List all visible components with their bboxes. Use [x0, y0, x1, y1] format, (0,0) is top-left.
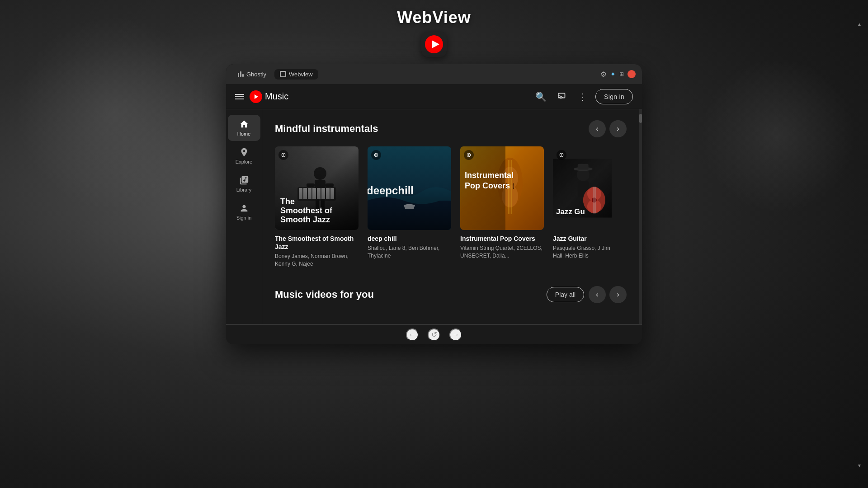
section2-prev-button[interactable]: ‹	[589, 286, 606, 303]
section1-next-button[interactable]: ›	[609, 120, 627, 137]
card-deep-chill-overlay-icon	[371, 150, 381, 160]
card-jazz-guitar-thumbnail: Jazz Gu	[553, 146, 612, 230]
card-deep-chill-name: deep chill	[368, 235, 451, 243]
svg-text:Instrumental: Instrumental	[465, 171, 514, 180]
svg-marker-25	[283, 154, 285, 156]
tab-webview-label: Webview	[289, 71, 313, 78]
nav-bar: Music 🔍 ⋮ Sign in	[226, 84, 642, 109]
cards-row: The Smoothest of Smooth Jazz The Smoothe…	[275, 146, 627, 268]
extension-icon[interactable]: ⊞	[619, 71, 624, 77]
card-instrumental-pop-thumbnail: Instrumental Pop Covers	[460, 146, 544, 230]
sidebar-item-home[interactable]: Home	[228, 115, 260, 141]
section1-prev-button[interactable]: ‹	[589, 120, 606, 137]
card-instrumental-pop[interactable]: Instrumental Pop Covers Instrumental Pop…	[460, 146, 544, 268]
search-icon[interactable]: 🔍	[533, 89, 549, 105]
back-button[interactable]: ←	[406, 328, 419, 341]
card-instrumental-pop-overlay-icon	[464, 150, 474, 160]
svg-text:Smooth Jazz: Smooth Jazz	[280, 215, 330, 224]
tab-ghostly[interactable]: Ghostly	[232, 69, 272, 80]
star-icon[interactable]: ✦	[610, 70, 616, 78]
card-smooth-jazz-name: The Smoothest of Smooth Jazz	[275, 235, 359, 251]
svg-text:Jazz Gu: Jazz Gu	[556, 207, 585, 216]
sidebar-item-library[interactable]: Library	[228, 171, 260, 197]
card-jazz-guitar-overlay-icon	[557, 150, 566, 160]
svg-text:Pop Covers: Pop Covers	[465, 181, 510, 190]
reload-button[interactable]: ↺	[428, 328, 440, 341]
section1-header: Mindful instrumentals ‹ ›	[275, 120, 627, 137]
webview-icon	[280, 71, 286, 77]
bottom-nav: ← ↺ →	[226, 324, 642, 344]
browser-window: Ghostly Webview ⚙ ✦ ⊞ ▲	[226, 64, 642, 344]
logo-area[interactable]: Music	[250, 90, 288, 103]
section2-title: Music videos for you	[275, 289, 374, 300]
card-instrumental-pop-artists: Vitamin String Quartet, 2CELLOS, UNSECRE…	[460, 244, 544, 260]
card-smooth-jazz-overlay-icon	[278, 150, 288, 160]
section2-header: Music videos for you Play all ‹ ›	[275, 286, 627, 303]
svg-marker-2	[255, 94, 258, 99]
sidebar-item-explore[interactable]: Explore	[228, 143, 260, 169]
cast-icon[interactable]	[555, 88, 570, 105]
signin-button[interactable]: Sign in	[595, 89, 633, 104]
card-deep-chill-thumbnail: deepchill	[368, 146, 451, 230]
logo-text: Music	[265, 91, 288, 102]
sidebar: Home Explore Library Sign in	[226, 109, 262, 324]
section1-nav-arrows: ‹ ›	[589, 120, 627, 137]
card-smooth-jazz-thumbnail: The Smoothest of Smooth Jazz	[275, 146, 359, 230]
browser-controls: ⚙ ✦ ⊞	[600, 70, 636, 79]
more-icon[interactable]: ⋮	[576, 89, 590, 105]
section2-next-button[interactable]: ›	[609, 286, 627, 303]
settings-icon[interactable]: ⚙	[600, 70, 607, 79]
menu-button[interactable]	[235, 94, 244, 99]
sidebar-item-signin[interactable]: Sign in	[228, 199, 260, 225]
svg-rect-28	[368, 146, 451, 230]
svg-marker-42	[468, 154, 470, 156]
close-button[interactable]	[627, 70, 636, 78]
svg-marker-30	[376, 154, 377, 156]
ghostly-icon	[238, 71, 244, 77]
card-smooth-jazz[interactable]: The Smoothest of Smooth Jazz The Smoothe…	[275, 146, 359, 268]
svg-text:Smoothest of: Smoothest of	[280, 206, 333, 215]
card-instrumental-pop-name: Instrumental Pop Covers	[460, 235, 544, 243]
svg-text:The: The	[280, 197, 295, 206]
play-all-button[interactable]: Play all	[547, 287, 584, 302]
content-area: Mindful instrumentals ‹ ›	[262, 109, 639, 324]
card-jazz-guitar-artists: Pasquale Grasso, J Jim Hall, Herb Ellis	[553, 244, 612, 260]
card-jazz-guitar-name: Jazz Guitar	[553, 235, 612, 243]
forward-button[interactable]: →	[449, 328, 462, 341]
content-scrollbar[interactable]	[639, 109, 642, 324]
section2-nav-arrows: ‹ ›	[589, 286, 627, 303]
app-icon[interactable]	[421, 32, 447, 57]
browser-chrome: Ghostly Webview ⚙ ✦ ⊞	[226, 64, 642, 84]
svg-marker-58	[561, 154, 563, 156]
card-jazz-guitar[interactable]: Jazz Gu Jazz Guitar Pasquale Grasso, J J…	[553, 146, 612, 268]
tab-ghostly-label: Ghostly	[246, 71, 266, 78]
card-deep-chill[interactable]: deepchill	[368, 146, 451, 268]
page-title: WebView	[397, 8, 471, 27]
main-content: Home Explore Library Sign in Mindful ins…	[226, 109, 642, 324]
section1-title: Mindful instrumentals	[275, 123, 378, 135]
yt-music-logo	[250, 90, 262, 103]
card-deep-chill-artists: Shallou, Lane 8, Ben Böhmer, Thylacine	[368, 244, 451, 260]
tab-webview[interactable]: Webview	[274, 69, 318, 80]
card-smooth-jazz-artists: Boney James, Norman Brown, Kenny G, Naje…	[275, 253, 359, 268]
scrollbar-thumb	[639, 114, 642, 123]
tab-group: Ghostly Webview	[232, 69, 596, 80]
